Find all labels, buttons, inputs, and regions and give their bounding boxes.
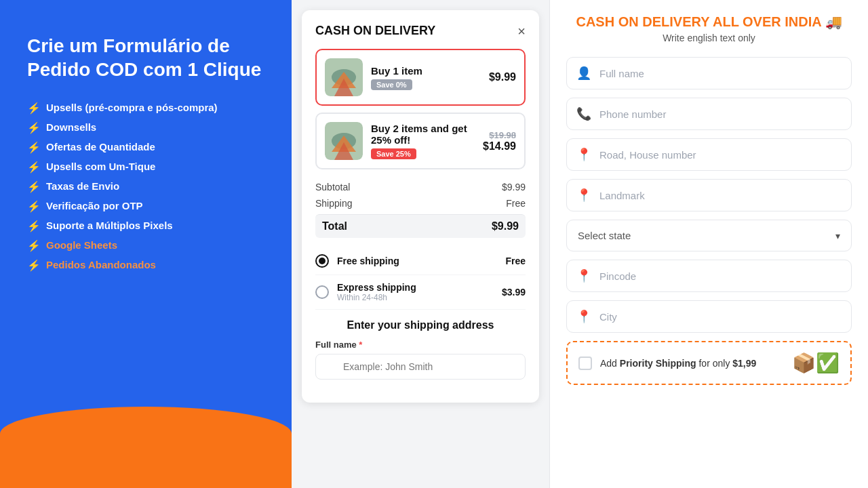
package-icon: 📦✅ [792,352,840,374]
road-placeholder: Road, House number [599,149,696,161]
feature-abandoned: ⚡ Pedidos Abandonados [27,259,264,272]
shipping-sub-express: Within 24-48h [337,293,494,302]
left-heading: Crie um Formulário de Pedido COD com 1 C… [27,34,264,81]
person-icon: 👤 [576,66,591,81]
right-road-field[interactable]: 📍 Road, House number [566,138,852,171]
state-select[interactable]: Select state ▾ [566,220,852,251]
bolt-icon: ⚡ [27,141,41,154]
location-icon: 📍 [576,188,591,203]
shipping-name-free: Free shipping [337,256,497,266]
feature-sheets: ⚡ Google Sheets [27,239,264,252]
modal-title: CASH ON DELIVERY [315,24,435,38]
product-original-price-2: $19.98 [483,130,516,140]
phone-icon: 📞 [576,106,591,121]
landmark-placeholder: Landmark [599,190,645,201]
right-city-field[interactable]: 📍 City [566,300,852,333]
modal-header: CASH ON DELIVERY × [315,24,526,38]
feature-upsells-tique: ⚡ Upsells com Um-Tique [27,161,264,174]
product-card-1[interactable]: Buy 1 item Save 0% $9.99 [315,49,526,106]
bolt-icon: ⚡ [27,239,41,252]
bolt-icon: ⚡ [27,102,41,115]
state-select-label: Select state [578,230,631,241]
feature-ofertas: ⚡ Ofertas de Quantidade [27,141,264,154]
pincode-placeholder: Pincode [599,270,636,282]
bolt-icon: ⚡ [27,121,41,134]
shipping-price-free: Free [505,256,526,266]
shipping-label: Shipping [315,198,353,209]
product-name-1: Buy 1 item [371,65,481,77]
location-icon: 📍 [576,147,591,162]
shipping-value: Free [506,198,526,209]
product-info-1: Buy 1 item Save 0% [371,65,481,90]
right-pincode-field[interactable]: 📍 Pincode [566,260,852,292]
city-placeholder: City [599,311,617,323]
bolt-icon: ⚡ [27,161,41,174]
radio-free[interactable] [315,254,329,268]
shipping-option-express[interactable]: Express shipping Within 24-48h $3.99 [315,275,526,310]
total-label: Total [322,220,347,232]
right-landmark-field[interactable]: 📍 Landmark [566,179,852,211]
product-card-2[interactable]: Buy 2 items and get 25% off! Save 25% $1… [315,113,526,169]
shipping-row: Shipping Free [315,195,526,211]
right-panel: CASH ON DELIVERY ALL OVER INDIA 🚚 Write … [549,0,868,488]
bolt-icon: ⚡ [27,220,41,232]
shipping-label-express: Express shipping Within 24-48h [337,282,494,302]
bolt-icon: ⚡ [27,259,41,272]
product-image-1 [325,58,363,96]
orange-wave [0,407,292,488]
fullname-input[interactable] [315,354,526,380]
shipping-option-free[interactable]: Free shipping Free [315,247,526,275]
location-icon: 📍 [576,309,591,324]
product-image-2 [325,122,363,160]
chevron-down-icon: ▾ [835,230,840,241]
total-row: Total $9.99 [315,214,526,238]
shipping-price-express: $3.99 [502,287,526,298]
product-price-1: $9.99 [489,71,516,83]
feature-list: ⚡ Upsells (pré-compra e pós-compra) ⚡ Do… [27,102,264,272]
product-price-2: $19.98 $14.99 [483,130,516,152]
feature-taxas: ⚡ Taxas de Envio [27,180,264,193]
priority-checkbox[interactable] [578,357,592,370]
fullname-placeholder: Full name [599,68,644,79]
priority-shipping-box[interactable]: Add Priority Shipping for only $1,99 📦✅ [566,341,852,385]
feature-otp: ⚡ Verificação por OTP [27,200,264,213]
product-info-2: Buy 2 items and get 25% off! Save 25% [371,123,475,159]
right-title: CASH ON DELIVERY ALL OVER INDIA 🚚 [566,14,852,30]
feature-upsells: ⚡ Upsells (pré-compra e pós-compra) [27,102,264,115]
bolt-icon: ⚡ [27,180,41,193]
right-header: CASH ON DELIVERY ALL OVER INDIA 🚚 Write … [566,14,852,43]
cod-modal: CASH ON DELIVERY × Buy 1 item Save 0% $9… [302,10,539,403]
total-value: $9.99 [492,220,519,232]
bolt-icon: ⚡ [27,200,41,213]
subtotal-label: Subtotal [315,182,350,192]
location-icon: 📍 [576,268,591,283]
product-name-2: Buy 2 items and get 25% off! [371,123,475,146]
close-button[interactable]: × [517,24,526,38]
right-fullname-field[interactable]: 👤 Full name [566,57,852,89]
feature-pixels: ⚡ Suporte a Múltiplos Pixels [27,220,264,232]
required-marker: * [359,340,362,350]
address-section-title: Enter your shipping address [315,319,526,331]
radio-express[interactable] [315,285,329,299]
shipping-options: Free shipping Free Express shipping With… [315,247,526,310]
save-badge-2: Save 25% [371,148,416,159]
feature-downsells: ⚡ Downsells [27,121,264,134]
radio-inner-free [319,258,326,264]
shipping-label-free: Free shipping [337,256,497,266]
left-panel: Crie um Formulário de Pedido COD com 1 C… [0,0,292,488]
right-subtitle: Write english text only [566,33,852,43]
shipping-name-express: Express shipping [337,282,494,293]
right-phone-field[interactable]: 📞 Phone number [566,98,852,130]
priority-text: Add Priority Shipping for only $1,99 [600,358,784,369]
subtotal-row: Subtotal $9.99 [315,179,526,195]
save-badge-1: Save 0% [371,79,412,90]
subtotal-value: $9.99 [502,182,526,192]
price-summary: Subtotal $9.99 Shipping Free Total $9.99 [315,179,526,238]
fullname-input-wrapper: 👤 [315,354,526,380]
fullname-label: Full name * [315,340,526,350]
phone-placeholder: Phone number [599,108,666,120]
middle-panel: CASH ON DELIVERY × Buy 1 item Save 0% $9… [292,0,549,488]
